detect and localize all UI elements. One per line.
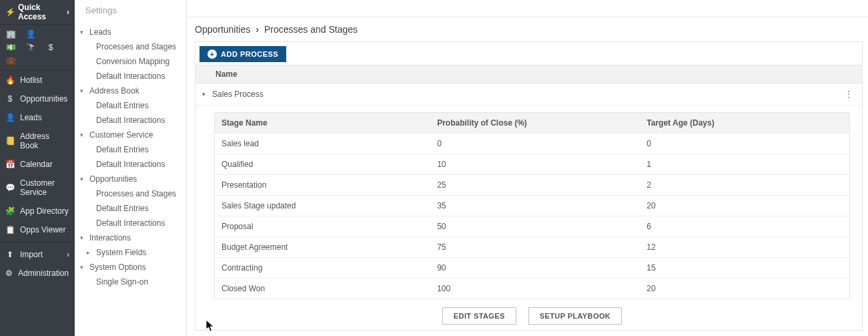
setup-playbook-button[interactable]: SETUP PLAYBOOK [528,307,622,325]
nav-label: Opportunities [20,94,67,104]
nav-icon: 📋 [5,225,15,234]
tree-child-single-sign-on[interactable]: Single Sign-on [75,275,186,289]
nav-import[interactable]: ⬆ Import › [0,245,75,264]
nav-item-opportunities[interactable]: $Opportunities [0,90,75,108]
process-row[interactable]: ▾ Sales Process ⋮ [195,83,862,106]
tree-parent-leads[interactable]: ▾Leads [75,25,186,39]
stage-row[interactable]: Sales lead00 [215,134,850,154]
stage-row[interactable]: Presentation252 [215,175,850,196]
nav-icon: 👤 [5,113,15,122]
stage-row[interactable]: Proposal506 [215,216,850,237]
quick-access-header[interactable]: ⚡ Quick Access › [0,0,75,25]
caret-down-icon: ▾ [80,261,87,273]
nav-admin-label: Administration [18,269,69,278]
nav-label: Address Book [20,132,69,150]
binoculars-icon[interactable]: 🔭 [25,43,36,52]
nav-item-leads[interactable]: 👤Leads [0,108,75,127]
briefcase-icon[interactable]: 💼 [5,56,16,65]
stage-row[interactable]: Closed Won10020 [215,279,850,299]
add-process-label: ADD PROCESS [221,50,278,58]
main-content: Opportunities › Processes and Stages + A… [187,0,868,336]
quick-access-label: Quick Access [18,3,64,21]
tree-child-default-interactions[interactable]: Default Interactions [75,113,186,128]
nav-item-hotlist[interactable]: 🔥Hotlist [0,71,75,90]
stage-row[interactable]: Contracting9015 [215,258,850,279]
nav-icon: $ [5,94,15,104]
stages-table: Stage Name Probability of Close (%) Targ… [214,112,850,299]
nav-icon: 📅 [5,160,15,169]
tree-parent-customer-service[interactable]: ▾Customer Service [75,128,186,142]
stage-age: 15 [640,258,849,279]
primary-nav-rail: ⚡ Quick Access › 🏢 👤 💵 🔭 $ 💼 🔥Hotlist$Op… [0,0,75,336]
settings-tree-panel: Settings ▾LeadsProcesses and StagesConve… [75,0,187,336]
money-icon[interactable]: 💵 [5,43,16,52]
nav-icon: 💬 [5,183,15,192]
tree-parent-system-options[interactable]: ▾System Options [75,260,186,275]
breadcrumb: Opportunities › Processes and Stages [187,17,868,41]
stage-row[interactable]: Sales Stage updated3520 [215,196,850,216]
process-table-header: Name [195,65,862,83]
stage-prob: 50 [430,216,640,237]
stage-row[interactable]: Qualified101 [215,154,850,175]
stage-name: Contracting [215,258,431,279]
tree-child-processes-and-stages[interactable]: Processes and Stages [75,39,186,54]
stage-row[interactable]: Budget Agreement7512 [215,237,850,258]
row-menu-icon[interactable]: ⋮ [844,89,853,100]
settings-title: Settings [75,3,186,21]
tree-child-default-entries[interactable]: Default Entries [75,201,186,216]
quick-icon-grid: 🏢 👤 💵 🔭 $ 💼 [0,25,75,71]
tree-label: Default Entries [96,144,149,156]
tree-child-processes-and-stages[interactable]: Processes and Stages [75,186,186,201]
tree-child-default-interactions[interactable]: Default Interactions [75,216,186,230]
tree-parent-interactions[interactable]: ▾Interactions [75,230,186,245]
tree-label: Customer Service [89,129,153,141]
add-process-button[interactable]: + ADD PROCESS [199,46,286,62]
upload-icon: ⬆ [5,250,15,259]
tree-label: Address Book [89,85,139,97]
building-icon[interactable]: 🏢 [5,29,16,39]
nav-administration[interactable]: ⚙ Administration › [0,264,75,283]
stage-prob: 90 [430,258,640,279]
stage-name: Sales Stage updated [215,196,431,216]
stage-prob: 25 [430,175,640,196]
tree-parent-opportunities[interactable]: ▾Opportunities [75,172,186,186]
plus-circle-icon: + [207,49,217,59]
stage-age: 12 [640,237,849,258]
stage-name: Closed Won [215,279,431,299]
stage-actions: EDIT STAGES SETUP PLAYBOOK [214,299,850,330]
stage-age: 0 [640,134,849,154]
stage-prob: 75 [430,237,640,258]
tree-child-default-interactions[interactable]: Default Interactions [75,69,186,83]
caret-down-icon: ▾ [80,26,87,38]
nav-item-customer-service[interactable]: 💬Customer Service [0,174,75,202]
tree-parent-address-book[interactable]: ▾Address Book [75,83,186,98]
tree-label: Processes and Stages [96,188,176,200]
tree-child-default-interactions[interactable]: Default Interactions [75,157,186,172]
tree-child-default-entries[interactable]: Default Entries [75,98,186,113]
nav-icon: 📒 [5,136,15,146]
tree-child-default-entries[interactable]: Default Entries [75,142,186,157]
nav-item-address-book[interactable]: 📒Address Book [0,127,75,155]
breadcrumb-root[interactable]: Opportunities [195,24,250,35]
dollar-icon[interactable]: $ [45,43,56,52]
stage-age: 1 [640,154,849,175]
tree-label: Default Interactions [96,114,165,126]
person-icon[interactable]: 👤 [25,29,36,39]
tree-child-system-fields[interactable]: ▸System Fields [75,245,186,260]
nav-item-calendar[interactable]: 📅Calendar [0,155,75,174]
breadcrumb-leaf: Processes and Stages [264,24,358,35]
tree-label: System Fields [96,246,146,259]
stage-name: Presentation [215,175,431,196]
caret-down-icon: ▾ [202,91,205,98]
nav-icon: 🔥 [5,75,15,85]
tree-label: Interactions [89,232,131,244]
nav-item-app-directory[interactable]: 🧩App Directory [0,202,75,220]
caret-down-icon: ▾ [80,173,87,185]
stage-prob: 10 [430,154,640,175]
edit-stages-button[interactable]: EDIT STAGES [442,307,516,325]
nav-item-opps-viewer[interactable]: 📋Opps Viewer [0,220,75,239]
tree-child-conversion-mapping[interactable]: Conversion Mapping [75,54,186,69]
tree-label: Opportunities [89,173,137,185]
tree-label: Single Sign-on [96,276,148,288]
caret-down-icon: ▾ [80,129,87,141]
